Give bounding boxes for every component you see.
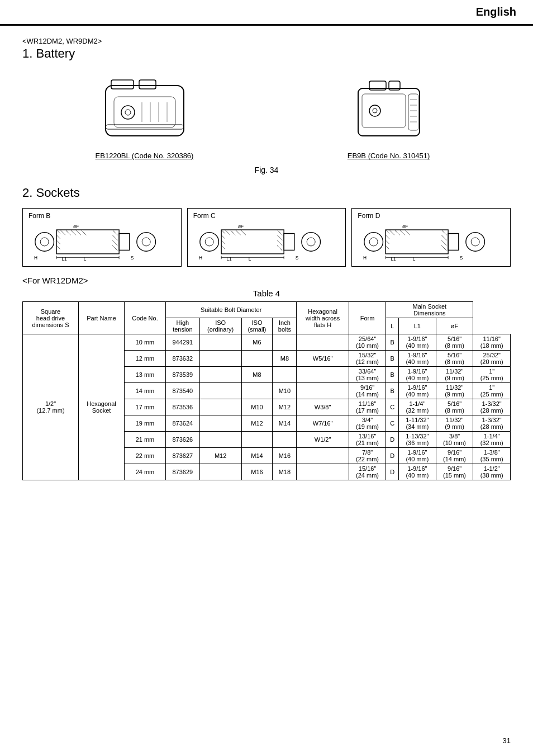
row-form: B — [386, 351, 399, 367]
col-suitable-bolt: Suitable Bolt Diameter — [165, 302, 296, 318]
svg-text:H: H — [363, 255, 367, 261]
row-iso-sm — [273, 432, 297, 448]
row-iso-sm: M14 — [273, 415, 297, 432]
svg-line-37 — [112, 240, 117, 245]
row-inch — [297, 367, 349, 383]
svg-line-54 — [225, 230, 230, 235]
svg-line-64 — [277, 245, 282, 251]
col-oF: øF — [436, 318, 473, 334]
svg-line-85 — [386, 240, 389, 244]
row-high — [199, 415, 241, 432]
battery-2: EB9B (Code No. 310451) — [339, 69, 439, 160]
row-oF: 1"(25 mm) — [473, 383, 511, 399]
row-iso-ord: M16 — [241, 464, 273, 480]
form-d-svg: H L S øF L1 — [358, 222, 505, 261]
svg-line-60 — [221, 245, 225, 249]
svg-line-84 — [386, 235, 389, 239]
row-code: 873539 — [165, 367, 199, 383]
svg-line-33 — [56, 240, 60, 244]
svg-rect-98 — [448, 234, 459, 251]
row-L: 1-9/16"(40 mm) — [398, 383, 436, 399]
row-L1: 5/16"(8 mm) — [436, 351, 473, 367]
row-form: D — [386, 432, 399, 448]
socket-form-d: Form D — [351, 208, 511, 267]
row-high — [199, 351, 241, 367]
socket-diagrams: Form B — [22, 208, 511, 267]
row-inch: W1/2" — [297, 432, 349, 448]
svg-line-38 — [112, 245, 117, 251]
svg-line-31 — [81, 230, 86, 235]
row-L: 1-9/16"(40 mm) — [398, 448, 436, 464]
row-L: 1-13/32"(36 mm) — [398, 432, 436, 448]
svg-text:L: L — [84, 256, 87, 261]
row-high — [199, 432, 241, 448]
svg-line-26 — [56, 230, 60, 234]
row-iso-ord: M14 — [241, 448, 273, 464]
svg-rect-1 — [111, 80, 134, 89]
battery-2-image — [339, 69, 439, 147]
svg-line-59 — [221, 240, 225, 244]
row-hex: 9/16"(14 mm) — [349, 383, 386, 399]
row-iso-ord: M12 — [241, 415, 273, 432]
row-L1: 11/32"(9 mm) — [436, 383, 473, 399]
svg-line-90 — [441, 245, 446, 251]
svg-point-44 — [137, 233, 156, 252]
row-iso-ord: M6 — [241, 334, 273, 351]
header: English — [0, 0, 533, 26]
svg-rect-11 — [358, 88, 420, 136]
table-title: Table 4 — [22, 289, 511, 298]
row-size: 19 mm — [125, 415, 166, 432]
row-high: M12 — [199, 448, 241, 464]
row-iso-ord — [241, 351, 273, 367]
svg-text:L: L — [413, 256, 416, 261]
svg-rect-3 — [114, 97, 175, 127]
row-hex: 33/64"(13 mm) — [349, 367, 386, 383]
row-oF: 1-3/32"(28 mm) — [473, 415, 511, 432]
svg-line-29 — [70, 230, 75, 235]
svg-line-61 — [277, 230, 282, 235]
row-L: 1-1/4"(32 mm) — [398, 399, 436, 415]
row-hex: 3/4"(19 mm) — [349, 415, 386, 432]
battery-2-label: EB9B (Code No. 310451) — [348, 152, 430, 160]
svg-text:H: H — [199, 255, 202, 261]
row-size: 17 mm — [125, 399, 166, 415]
battery-1: EB1220BL (Code No. 320386) — [94, 69, 195, 160]
svg-line-57 — [240, 230, 245, 235]
svg-text:øF: øF — [73, 224, 79, 229]
row-iso-sm: M8 — [273, 351, 297, 367]
col-main-socket: Main SocketDimensions — [386, 302, 473, 318]
row-inch — [297, 383, 349, 399]
svg-point-45 — [142, 238, 150, 246]
row-high — [199, 464, 241, 480]
svg-line-86 — [386, 245, 389, 249]
col-hex-width: Hexagonalwidth acrossflats H — [297, 302, 349, 334]
svg-text:S: S — [460, 255, 463, 261]
svg-rect-46 — [119, 234, 130, 251]
battery-1-label: EB1220BL (Code No. 320386) — [96, 152, 194, 160]
svg-point-77 — [370, 238, 378, 246]
col-L1: L1 — [398, 318, 436, 334]
row-form: D — [386, 448, 399, 464]
svg-point-96 — [466, 233, 485, 252]
row-code: 944291 — [165, 334, 199, 351]
svg-rect-52 — [221, 230, 284, 254]
sockets-section: 2. Sockets Form B — [22, 186, 511, 267]
row-oF: 1-1/4"(32 mm) — [473, 432, 511, 448]
row-inch: W7/16" — [297, 415, 349, 432]
socket-table: Squarehead drivedimensions S Part Name C… — [22, 301, 511, 480]
form-c-svg: H L S øF L1 — [193, 222, 340, 261]
socket-form-c: Form C — [187, 208, 346, 267]
row-size: 10 mm — [125, 334, 166, 351]
row-inch — [297, 334, 349, 351]
row-high — [199, 383, 241, 399]
row-iso-sm: M10 — [273, 383, 297, 399]
row-L1: 5/16"(8 mm) — [436, 334, 473, 351]
row-hex: 13/16"(21 mm) — [349, 432, 386, 448]
row-size: 24 mm — [125, 464, 166, 480]
row-size: 13 mm — [125, 367, 166, 383]
col-code-no: Code No. — [125, 302, 166, 334]
row-oF: 1-3/8"(35 mm) — [473, 448, 511, 464]
form-b-svg: H L S øF L1 — [28, 222, 175, 261]
row-iso-ord: M10 — [241, 399, 273, 415]
svg-line-63 — [277, 240, 282, 245]
